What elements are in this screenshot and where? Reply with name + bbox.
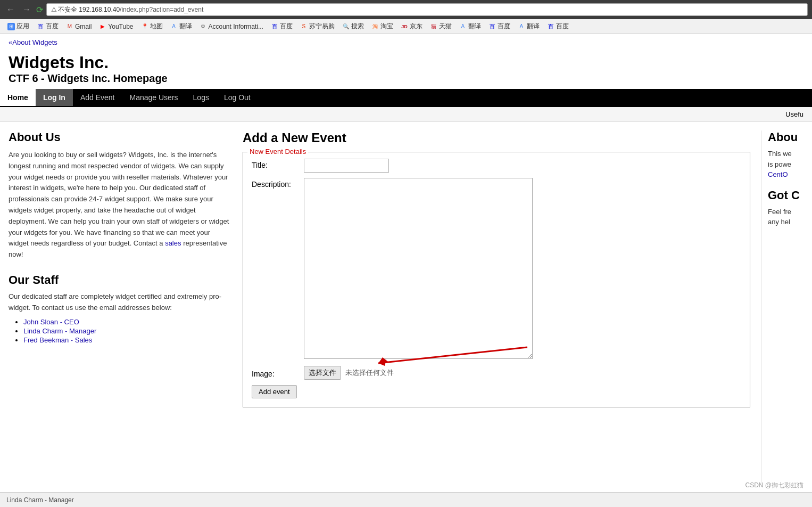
title-input[interactable] bbox=[304, 159, 389, 173]
baidu3-icon: 百 bbox=[488, 23, 496, 30]
watermark: CSDN @御七彩虹猫 bbox=[745, 481, 803, 490]
search-bk-icon: 🔍 bbox=[342, 23, 350, 30]
image-row: Image: 选择文件 未选择任何文件 bbox=[252, 366, 741, 380]
gmail-icon: M bbox=[66, 23, 73, 30]
bookmark-translate3[interactable]: A 翻译 bbox=[515, 21, 543, 32]
nav-home[interactable]: Home bbox=[0, 89, 36, 106]
centos-link[interactable]: CentO bbox=[768, 170, 788, 178]
about-us-title: About Us bbox=[9, 130, 232, 144]
tmall-icon: 猫 bbox=[430, 23, 437, 30]
staff-intro: Our dedicated staff are completely widge… bbox=[9, 291, 232, 314]
main-content: About Us Are you looking to buy or sell … bbox=[0, 122, 812, 492]
staff-sales-link[interactable]: Fred Beekman - Sales bbox=[23, 336, 92, 344]
url-host: 192.168.10.40 bbox=[79, 6, 120, 13]
translate2-icon: A bbox=[459, 23, 467, 30]
bookmark-tmall[interactable]: 猫 天猫 bbox=[427, 21, 455, 32]
about-widgets-link[interactable]: «About Widgets bbox=[9, 38, 57, 46]
apps-icon: ⊞ bbox=[7, 23, 15, 30]
title-row: Title: bbox=[252, 159, 741, 173]
baidu-icon: 百 bbox=[37, 23, 44, 30]
bookmark-translate2[interactable]: A 翻译 bbox=[456, 21, 484, 32]
translate3-icon: A bbox=[518, 23, 525, 30]
image-label: Image: bbox=[252, 367, 300, 378]
url-path: /index.php?action=add_event bbox=[120, 6, 203, 13]
right-col-body: This we is powe CentO bbox=[768, 149, 803, 180]
youtube-label: YouTube bbox=[108, 23, 133, 30]
bookmark-apps[interactable]: ⊞ 应用 bbox=[4, 21, 32, 32]
navigation: Home Log In Add Event Manage Users Logs … bbox=[0, 89, 812, 107]
new-event-form: New Event Details Title: Description: bbox=[243, 152, 750, 407]
bookmark-suning[interactable]: S 苏宁易购 bbox=[297, 21, 338, 32]
bookmarks-bar: ⊞ 应用 百 百度 M Gmail ▶ YouTube 📍 地图 A 翻译 ⚙ … bbox=[0, 19, 812, 34]
bookmark-baidu4[interactable]: 百 百度 bbox=[544, 21, 572, 32]
baidu2-icon: 百 bbox=[271, 23, 278, 30]
useful-bar: Usefu bbox=[0, 107, 812, 122]
desc-textarea[interactable] bbox=[304, 178, 533, 359]
status-user: Linda Charm - Manager bbox=[6, 496, 74, 504]
site-title: Widgets Inc. bbox=[9, 53, 803, 72]
staff-manager-link[interactable]: Linda Charm - Manager bbox=[23, 327, 96, 335]
bookmark-baidu3[interactable]: 百 百度 bbox=[485, 21, 513, 32]
our-staff-title: Our Staff bbox=[9, 273, 232, 287]
back-button[interactable]: ← bbox=[4, 4, 17, 15]
add-event-title: Add a New Event bbox=[243, 130, 750, 145]
youtube-icon: ▶ bbox=[99, 23, 106, 30]
about-us-body: Are you looking to buy or sell widgets? … bbox=[9, 150, 232, 260]
status-bar: Linda Charm - Manager bbox=[0, 492, 812, 507]
sales-link[interactable]: sales bbox=[165, 239, 181, 247]
bookmark-youtube[interactable]: ▶ YouTube bbox=[96, 22, 136, 31]
title-label: Title: bbox=[252, 159, 300, 169]
staff-list: John Sloan - CEO Linda Charm - Manager F… bbox=[9, 318, 232, 344]
file-choose-button[interactable]: 选择文件 bbox=[304, 366, 341, 380]
staff-ceo: John Sloan - CEO bbox=[23, 318, 232, 326]
bookmark-baidu1[interactable]: 百 百度 bbox=[34, 21, 62, 32]
browser-chrome: ← → ⟳ ⚠ 不安全 192.168.10.40/index.php?acti… bbox=[0, 0, 812, 19]
page-wrapper: «About Widgets Widgets Inc. CTF 6 - Widg… bbox=[0, 34, 812, 507]
bookmark-account[interactable]: ⚙ Account Informati... bbox=[196, 22, 267, 31]
maps-icon: 📍 bbox=[141, 23, 148, 30]
nav-logout[interactable]: Log Out bbox=[217, 89, 258, 106]
site-subtitle: CTF 6 - Widgets Inc. Homepage bbox=[9, 72, 803, 85]
forward-button[interactable]: → bbox=[20, 4, 33, 15]
got-body: Feel fre any hel bbox=[768, 207, 803, 227]
bookmark-gmail[interactable]: M Gmail bbox=[63, 22, 95, 31]
add-event-button[interactable]: Add event bbox=[252, 385, 297, 398]
bookmark-taobao[interactable]: 淘 淘宝 bbox=[368, 21, 396, 32]
useful-label: Usefu bbox=[785, 110, 803, 118]
center-column: Add a New Event New Event Details Title:… bbox=[243, 130, 750, 484]
submit-row: Add event bbox=[252, 385, 741, 398]
desc-label: Description: bbox=[252, 178, 300, 189]
site-header: Widgets Inc. CTF 6 - Widgets Inc. Homepa… bbox=[0, 51, 812, 89]
nav-logs[interactable]: Logs bbox=[186, 89, 217, 106]
address-bar[interactable]: ⚠ 不安全 192.168.10.40/index.php?action=add… bbox=[46, 3, 808, 16]
bookmark-jd[interactable]: JD 京东 bbox=[397, 21, 426, 32]
svg-marker-1 bbox=[378, 359, 386, 366]
security-indicator: ⚠ 不安全 bbox=[51, 5, 77, 14]
staff-sales: Fred Beekman - Sales bbox=[23, 336, 232, 344]
desc-row: Description: bbox=[252, 178, 741, 361]
staff-manager: Linda Charm - Manager bbox=[23, 327, 232, 335]
bookmark-maps[interactable]: 📍 地图 bbox=[138, 21, 166, 32]
nav-login[interactable]: Log In bbox=[36, 89, 73, 106]
jd-icon: JD bbox=[401, 23, 408, 30]
bookmark-translate1[interactable]: A 翻译 bbox=[167, 21, 195, 32]
nav-add-event[interactable]: Add Event bbox=[73, 89, 122, 106]
staff-ceo-link[interactable]: John Sloan - CEO bbox=[23, 318, 79, 326]
reload-button[interactable]: ⟳ bbox=[36, 5, 43, 15]
suning-icon: S bbox=[300, 23, 308, 30]
bookmark-baidu2[interactable]: 百 百度 bbox=[268, 21, 296, 32]
right-column: Abou This we is powe CentO Got C Feel fr… bbox=[761, 130, 803, 484]
left-column: About Us Are you looking to buy or sell … bbox=[9, 130, 232, 484]
got-title: Got C bbox=[768, 189, 803, 202]
form-legend: New Event Details bbox=[247, 148, 308, 156]
translate-icon: A bbox=[170, 23, 178, 30]
baidu4-icon: 百 bbox=[547, 23, 554, 30]
bookmark-search[interactable]: 🔍 搜索 bbox=[339, 21, 367, 32]
file-status: 未选择任何文件 bbox=[345, 368, 394, 378]
nav-manage-users[interactable]: Manage Users bbox=[122, 89, 186, 106]
back-link-container: «About Widgets bbox=[0, 34, 812, 51]
account-icon: ⚙ bbox=[200, 23, 207, 30]
desc-wrapper bbox=[304, 178, 533, 361]
taobao-icon: 淘 bbox=[371, 23, 379, 30]
right-col-title: Abou bbox=[768, 130, 803, 144]
